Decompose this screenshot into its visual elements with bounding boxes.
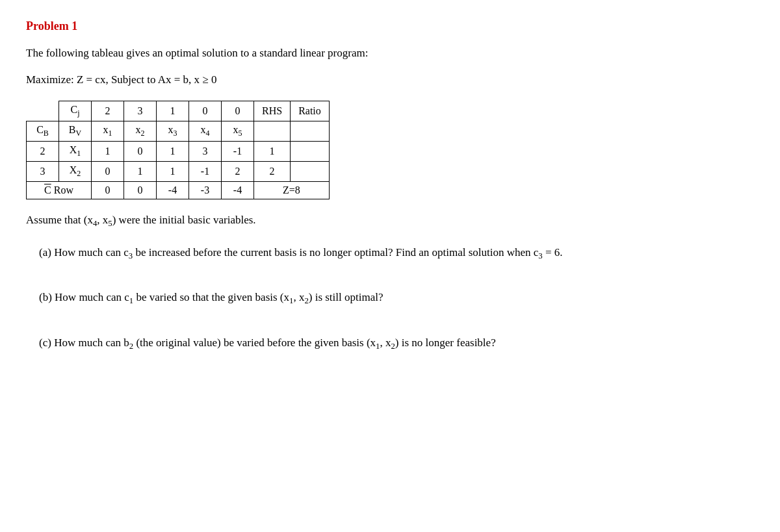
cell-r1-rhs: 1	[254, 141, 291, 161]
cell-r2-x3: 1	[157, 162, 189, 182]
tableau-cbar-row: C Row 0 0 -4 -3 -4 Z=8	[27, 182, 330, 199]
cell-cj-x1: 2	[92, 101, 124, 121]
cell-cj-x5: 0	[222, 101, 254, 121]
cell-cbar-x1: 0	[92, 182, 124, 199]
cell-cj-label: Cj	[59, 101, 92, 121]
tableau-row-2: 3 X2 0 1 1 -1 2 2	[27, 162, 330, 182]
cell-var-x5: x5	[222, 121, 254, 141]
cell-r2-x5: 2	[222, 162, 254, 182]
question-c: (c) How much can b2 (the original value)…	[26, 334, 754, 353]
cell-r1-x2: 0	[124, 141, 157, 161]
cell-bv-label: BV	[59, 121, 92, 141]
cell-ratio-header2	[291, 121, 330, 141]
simplex-tableau: Cj 2 3 1 0 0 RHS Ratio CB BV x1 x2 x3 x4…	[26, 101, 330, 200]
cell-var-x4: x4	[189, 121, 222, 141]
cell-bv-r2: X2	[59, 162, 92, 182]
page-title: Problem 1	[26, 19, 754, 33]
question-c-label: (c)	[39, 336, 51, 349]
cell-cb-label: CB	[27, 121, 59, 141]
cell-r1-x1: 1	[92, 141, 124, 161]
tableau-header-row2: CB BV x1 x2 x3 x4 x5	[27, 121, 330, 141]
question-a: (a) How much can c3 be increased before …	[26, 244, 754, 263]
cell-r2-x4: -1	[189, 162, 222, 182]
cell-cb-r1: 2	[27, 141, 59, 161]
cell-bv-r1: X1	[59, 141, 92, 161]
cell-rhs-header: RHS	[254, 101, 291, 121]
cell-var-x1: x1	[92, 121, 124, 141]
cell-r1-x3: 1	[157, 141, 189, 161]
question-b: (b) How much can c1 be varied so that th…	[26, 288, 754, 308]
cell-ratio-header: Ratio	[291, 101, 330, 121]
cell-cj-x4: 0	[189, 101, 222, 121]
cell-r2-ratio	[291, 162, 330, 182]
cell-var-x2: x2	[124, 121, 157, 141]
cell-empty-top-left	[27, 101, 59, 121]
cell-var-x3: x3	[157, 121, 189, 141]
cell-r1-x5: -1	[222, 141, 254, 161]
cell-cbar-x2: 0	[124, 182, 157, 199]
cell-cb-r2: 3	[27, 162, 59, 182]
cell-rhs-header2	[254, 121, 291, 141]
cell-r1-ratio	[291, 141, 330, 161]
cell-r1-x4: 3	[189, 141, 222, 161]
cell-cj-x3: 1	[157, 101, 189, 121]
tableau-header-row1: Cj 2 3 1 0 0 RHS Ratio	[27, 101, 330, 121]
cell-cbar-x4: -3	[189, 182, 222, 199]
tableau-container: Cj 2 3 1 0 0 RHS Ratio CB BV x1 x2 x3 x4…	[26, 101, 754, 200]
cell-r2-rhs: 2	[254, 162, 291, 182]
intro-text: The following tableau gives an optimal s…	[26, 45, 754, 62]
question-a-label: (a)	[39, 246, 51, 259]
maximize-text: Maximize: Z = cx, Subject to Ax = b, x ≥…	[26, 73, 754, 86]
cell-r2-x1: 0	[92, 162, 124, 182]
cell-cbar-label: C Row	[27, 182, 92, 199]
assume-text: Assume that (x4, x5) were the initial ba…	[26, 214, 754, 229]
question-b-label: (b)	[39, 291, 52, 303]
cell-cbar-z: Z=8	[254, 182, 330, 199]
cell-r2-x2: 1	[124, 162, 157, 182]
cell-cj-x2: 3	[124, 101, 157, 121]
cell-cbar-x5: -4	[222, 182, 254, 199]
tableau-row-1: 2 X1 1 0 1 3 -1 1	[27, 141, 330, 161]
cell-cbar-x3: -4	[157, 182, 189, 199]
